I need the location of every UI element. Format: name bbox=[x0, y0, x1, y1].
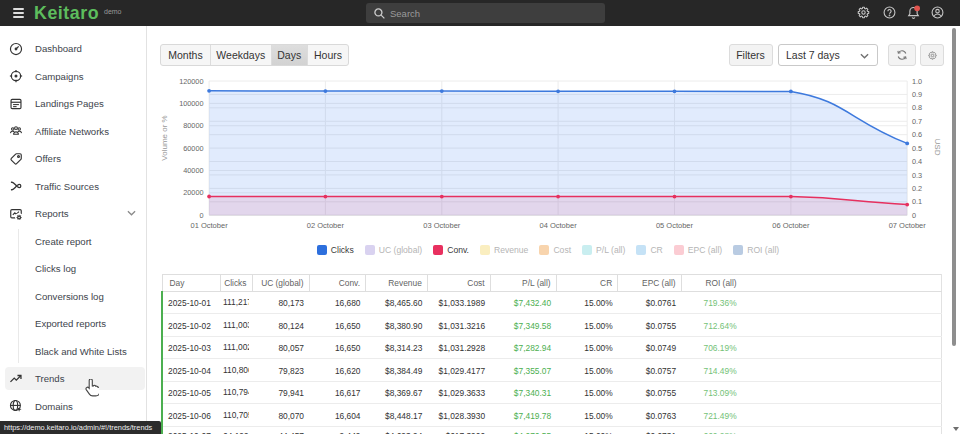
svg-text:0.7: 0.7 bbox=[912, 117, 922, 126]
svg-text:0.6: 0.6 bbox=[912, 130, 922, 139]
svg-text:06 October: 06 October bbox=[772, 221, 810, 230]
svg-text:0.3: 0.3 bbox=[912, 171, 922, 180]
svg-text:100000: 100000 bbox=[179, 99, 203, 108]
svg-text:0.9: 0.9 bbox=[912, 90, 922, 99]
svg-text:20000: 20000 bbox=[183, 188, 203, 197]
svg-text:01 October: 01 October bbox=[191, 221, 229, 230]
svg-text:0: 0 bbox=[199, 211, 203, 220]
svg-text:80000: 80000 bbox=[183, 121, 203, 130]
svg-text:0.5: 0.5 bbox=[912, 144, 922, 153]
svg-text:1.0: 1.0 bbox=[912, 77, 922, 86]
svg-text:0.2: 0.2 bbox=[912, 184, 922, 193]
svg-text:0.8: 0.8 bbox=[912, 103, 922, 112]
svg-text:Volume or %: Volume or % bbox=[160, 115, 169, 160]
svg-text:60000: 60000 bbox=[183, 144, 203, 153]
svg-text:0: 0 bbox=[912, 211, 916, 220]
svg-text:03 October: 03 October bbox=[423, 221, 461, 230]
svg-text:0.1: 0.1 bbox=[912, 197, 922, 206]
svg-text:0.4: 0.4 bbox=[912, 157, 922, 166]
svg-text:04 October: 04 October bbox=[540, 221, 578, 230]
svg-text:USD: USD bbox=[933, 139, 942, 156]
svg-text:07 October: 07 October bbox=[889, 221, 927, 230]
svg-text:120000: 120000 bbox=[179, 77, 203, 86]
svg-text:40000: 40000 bbox=[183, 166, 203, 175]
svg-text:05 October: 05 October bbox=[656, 221, 694, 230]
svg-text:02 October: 02 October bbox=[307, 221, 345, 230]
